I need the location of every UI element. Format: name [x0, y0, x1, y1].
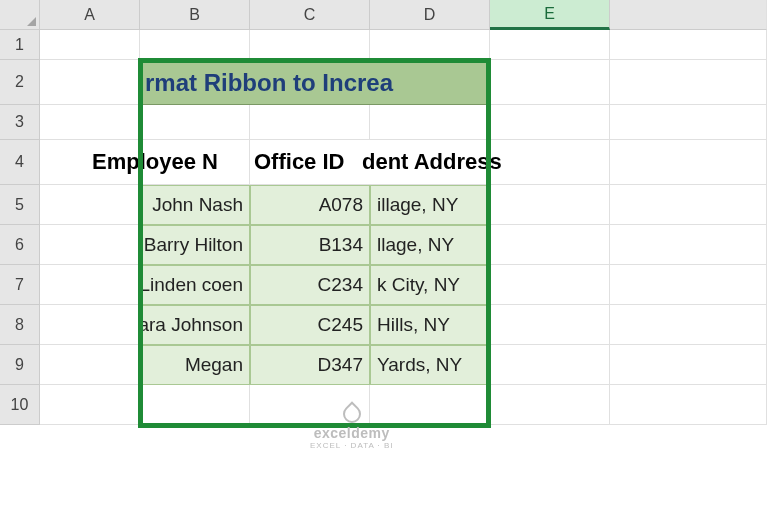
row-header-5[interactable]: 5 [0, 185, 40, 225]
cell-F9[interactable] [610, 345, 767, 385]
title-merged-cell[interactable]: rmat Ribbon to Increa [140, 60, 490, 105]
cell-A10[interactable] [40, 385, 140, 425]
cell-F10[interactable] [610, 385, 767, 425]
row-header-2[interactable]: 2 [0, 60, 40, 105]
cell-E7[interactable] [490, 265, 610, 305]
cell-A3[interactable] [40, 105, 140, 140]
cell-F5[interactable] [610, 185, 767, 225]
cell-B5[interactable]: John Nash [140, 185, 250, 225]
cell-B10[interactable] [140, 385, 250, 425]
cell-B7[interactable]: Linden coen [140, 265, 250, 305]
cell-F4[interactable] [610, 140, 767, 185]
cell-E6[interactable] [490, 225, 610, 265]
row-header-7[interactable]: 7 [0, 265, 40, 305]
cell-F2[interactable] [610, 60, 767, 105]
cell-B6[interactable]: Barry Hilton [140, 225, 250, 265]
cell-C3[interactable] [250, 105, 370, 140]
cell-D7[interactable]: k City, NY [370, 265, 490, 305]
cell-E2[interactable] [490, 60, 610, 105]
cell-F7[interactable] [610, 265, 767, 305]
col-header-D[interactable]: D [370, 0, 490, 30]
row-header-8[interactable]: 8 [0, 305, 40, 345]
cell-E1[interactable] [490, 30, 610, 60]
row-header-1[interactable]: 1 [0, 30, 40, 60]
cell-D8[interactable]: Hills, NY [370, 305, 490, 345]
cell-C7[interactable]: C234 [250, 265, 370, 305]
cell-A5[interactable] [40, 185, 140, 225]
cell-B3[interactable] [140, 105, 250, 140]
cell-E4[interactable] [490, 140, 610, 185]
select-all-corner[interactable] [0, 0, 40, 30]
row-header-6[interactable]: 6 [0, 225, 40, 265]
cell-D9[interactable]: Yards, NY [370, 345, 490, 385]
cell-C8[interactable]: C245 [250, 305, 370, 345]
cell-A2[interactable] [40, 60, 140, 105]
cell-D6[interactable]: llage, NY [370, 225, 490, 265]
cell-F6[interactable] [610, 225, 767, 265]
cell-C9[interactable]: D347 [250, 345, 370, 385]
cell-B8[interactable]: Klara Johnson [140, 305, 250, 345]
header-office-id[interactable]: Office ID [250, 140, 370, 185]
header-employee-name[interactable]: Employee N [92, 140, 250, 185]
spreadsheet-grid[interactable]: A B C D E 1 2 rmat Ribbon to Increa 3 4 … [0, 0, 767, 425]
cell-D5[interactable]: illage, NY [370, 185, 490, 225]
col-header-E[interactable]: E [490, 0, 610, 30]
row-header-4[interactable]: 4 [0, 140, 40, 185]
cell-C5[interactable]: A078 [250, 185, 370, 225]
watermark-text: exceldemy [314, 425, 390, 441]
cell-E3[interactable] [490, 105, 610, 140]
cell-C6[interactable]: B134 [250, 225, 370, 265]
cell-D3[interactable] [370, 105, 490, 140]
cell-F1[interactable] [610, 30, 767, 60]
watermark-subtext: EXCEL · DATA · BI [310, 441, 394, 450]
cell-E5[interactable] [490, 185, 610, 225]
col-header-C[interactable]: C [250, 0, 370, 30]
cell-E9[interactable] [490, 345, 610, 385]
cell-B1[interactable] [140, 30, 250, 60]
cell-A6[interactable] [40, 225, 140, 265]
row-header-3[interactable]: 3 [0, 105, 40, 140]
cell-A1[interactable] [40, 30, 140, 60]
row-header-10[interactable]: 10 [0, 385, 40, 425]
cell-E10[interactable] [490, 385, 610, 425]
cell-E8[interactable] [490, 305, 610, 345]
col-header-A[interactable]: A [40, 0, 140, 30]
cell-A8[interactable] [40, 305, 140, 345]
row-header-9[interactable]: 9 [0, 345, 40, 385]
col-header-B[interactable]: B [140, 0, 250, 30]
cell-D1[interactable] [370, 30, 490, 60]
header-address[interactable]: dent Address [358, 140, 490, 185]
col-header-overflow [610, 0, 767, 30]
cell-C1[interactable] [250, 30, 370, 60]
watermark: exceldemy EXCEL · DATA · BI [310, 405, 394, 450]
cell-A7[interactable] [40, 265, 140, 305]
cell-F3[interactable] [610, 105, 767, 140]
cell-F8[interactable] [610, 305, 767, 345]
cell-B9[interactable]: Megan [140, 345, 250, 385]
cell-A9[interactable] [40, 345, 140, 385]
